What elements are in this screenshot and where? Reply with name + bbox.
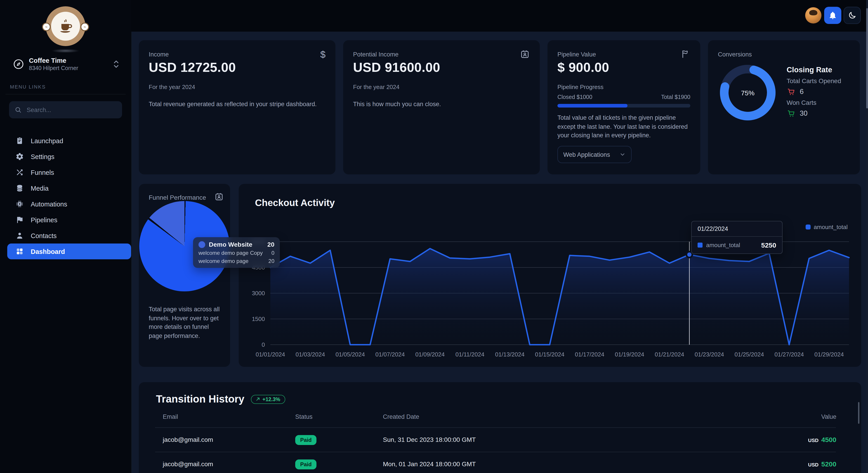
funnel-performance-card: Funnel Performance Total page visits acr… (139, 184, 230, 367)
closing-rate-label: Closing Rate (786, 66, 832, 74)
pipeline-value-title: Pipeline Value (557, 51, 596, 58)
svg-text:01/23/2024: 01/23/2024 (694, 351, 724, 358)
transition-history-title: Transition History (156, 393, 244, 405)
funnel-tooltip-header: Demo Website 20 (198, 241, 274, 248)
svg-text:1500: 1500 (252, 315, 265, 322)
potential-income-period: For the year 2024 (353, 83, 399, 90)
svg-text:0: 0 (262, 341, 265, 348)
gear-icon (16, 152, 24, 161)
cell-created-date: Sun, 31 Dec 2023 18:00:00 GMT (383, 436, 476, 443)
funnel-description: Total page visits across all funnels. Ho… (149, 305, 221, 340)
search-box[interactable] (9, 101, 122, 119)
arrow-up-right-icon (255, 397, 260, 402)
column-header-created-date: Created Date (383, 413, 419, 420)
won-carts-label: Won Carts (786, 99, 816, 106)
sidebar-item-label: Funnels (31, 169, 54, 176)
cell-status: Paid (295, 436, 317, 443)
value-currency: USD (808, 462, 818, 467)
svg-text:01/27/2024: 01/27/2024 (774, 351, 804, 358)
income-description: Total revenue generated as reflected in … (149, 100, 325, 109)
coffee-cup-icon (51, 12, 80, 41)
income-amount: USD 12725.00 (149, 60, 236, 75)
income-period: For the year 2024 (149, 83, 195, 90)
table-row[interactable]: jacob@gmail.comPaidMon, 01 Jan 2024 18:0… (139, 452, 861, 473)
svg-text:01/09/2024: 01/09/2024 (415, 351, 445, 358)
sidebar-item-label: Launchpad (31, 137, 63, 144)
pipeline-select[interactable]: Web Applications (557, 146, 631, 163)
conversions-card: Conversions 75% Closing Rate Total Carts… (708, 40, 860, 174)
status-badge: Paid (295, 460, 317, 469)
income-card: Income $ USD 12725.00 For the year 2024 … (139, 40, 336, 174)
cell-email: jacob@gmail.com (163, 460, 213, 468)
sidebar-item-dashboard[interactable]: Dashboard (7, 243, 131, 259)
status-badge: Paid (295, 435, 317, 445)
checkout-activity-chart[interactable]: 0150030004500600001/01/202401/03/202401/… (239, 237, 854, 363)
sidebar: ~ ~ Coffee Time 8340 Hilpert Corner MENU… (0, 0, 131, 473)
search-icon (14, 106, 22, 113)
cell-email: jacob@gmail.com (163, 436, 213, 443)
sidebar-item-funnels[interactable]: Funnels (0, 164, 131, 180)
pipeline-description: Total value of all tickets in the given … (557, 113, 693, 140)
won-carts-row: 30 (786, 109, 808, 118)
pipeline-progress-fill (557, 104, 627, 107)
window-scrollbar-thumb[interactable] (866, 8, 868, 108)
svg-text:01/11/2024: 01/11/2024 (456, 351, 485, 358)
table-row[interactable]: jacob@gmail.comPaidSun, 31 Dec 2023 18:0… (139, 427, 861, 452)
sidebar-item-media[interactable]: Media (0, 180, 131, 196)
total-carts-label: Total Carts Opened (786, 77, 841, 85)
sidebar-item-label: Pipelines (31, 216, 57, 224)
sidebar-item-settings[interactable]: Settings (0, 148, 131, 164)
value-currency: USD (808, 438, 818, 443)
transition-history-card: Transition History +12.3% EmailStatusCre… (139, 382, 861, 473)
pipeline-value-card: Pipeline Value $ 900.00 Pipeline Progres… (548, 40, 700, 174)
compass-icon (13, 58, 24, 70)
brand-name: Coffee Time (29, 57, 78, 65)
funnel-tooltip-title: Demo Website (209, 241, 264, 248)
potential-income-description: This is how much you can close. (353, 100, 529, 109)
brand-address: 8340 Hilpert Corner (29, 65, 78, 72)
svg-text:01/19/2024: 01/19/2024 (615, 351, 644, 358)
chart-tooltip-date: 01/22/2024 (692, 222, 782, 237)
svg-text:01/15/2024: 01/15/2024 (535, 351, 564, 358)
table-scrollbar-thumb[interactable] (858, 402, 860, 424)
svg-text:01/17/2024: 01/17/2024 (575, 351, 604, 358)
chevron-up-down-icon[interactable] (113, 60, 119, 69)
contact-card-icon (520, 49, 530, 59)
chart-tooltip-series: amount_total (706, 242, 757, 248)
cart-icon-green (786, 109, 796, 118)
column-header-status: Status (295, 413, 313, 420)
coffee-bean-icon: ~ (42, 23, 51, 31)
grid-icon (16, 247, 24, 256)
cell-value: USD4500 (808, 436, 836, 443)
user-avatar[interactable] (805, 7, 822, 24)
theme-toggle-button[interactable] (844, 7, 861, 24)
pipeline-closed-label: Closed $1000 (557, 94, 592, 100)
flag-icon (16, 215, 24, 224)
sidebar-item-pipelines[interactable]: Pipelines (0, 212, 131, 228)
svg-text:01/13/2024: 01/13/2024 (495, 351, 524, 358)
topbar (131, 0, 868, 32)
funnel-performance-title: Funnel Performance (149, 194, 206, 201)
sidebar-item-automations[interactable]: Automations (0, 196, 131, 212)
sidebar-item-label: Automations (31, 200, 67, 208)
sidebar-nav: LaunchpadSettingsFunnelsMediaAutomations… (0, 133, 131, 259)
flag-icon (681, 49, 690, 59)
pipeline-total-label: Total $1900 (661, 94, 690, 100)
notifications-button[interactable] (824, 7, 841, 24)
conversions-title: Conversions (718, 51, 752, 58)
clipboard-icon (16, 136, 24, 145)
workspace-switcher[interactable]: Coffee Time 8340 Hilpert Corner (13, 54, 121, 74)
column-header-value: Value (821, 413, 836, 420)
moon-icon (848, 11, 857, 20)
svg-text:01/21/2024: 01/21/2024 (655, 351, 684, 358)
value-amount: 5200 (821, 460, 836, 468)
potential-income-card: Potential Income USD 91600.00 For the ye… (343, 40, 540, 174)
sidebar-item-launchpad[interactable]: Launchpad (0, 133, 131, 148)
logo-shadow (52, 49, 80, 53)
sidebar-item-contacts[interactable]: Contacts (0, 228, 131, 243)
cell-status: Paid (295, 460, 317, 468)
won-carts-value: 30 (800, 109, 808, 117)
search-input[interactable] (26, 106, 109, 113)
chart-legend: amount_total (806, 224, 848, 230)
potential-income-title: Potential Income (353, 51, 399, 58)
